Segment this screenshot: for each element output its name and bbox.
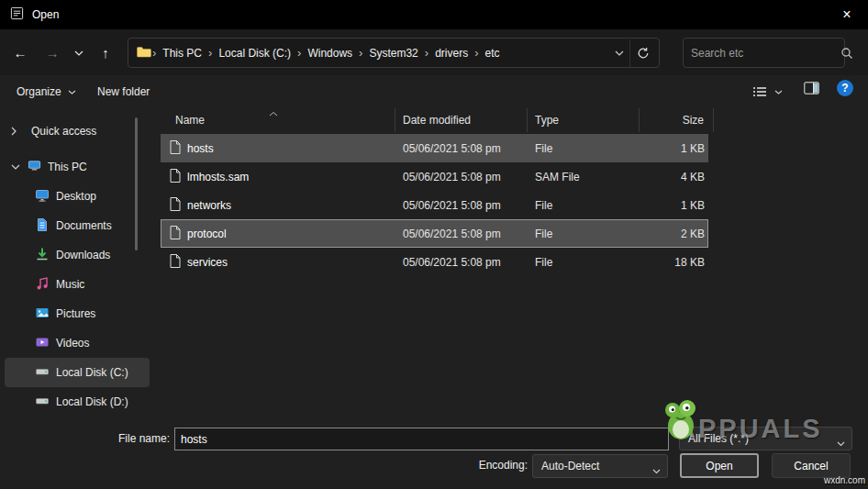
file-rows: hosts 05/06/2021 5:08 pm File 1 KB lmhos… [161,134,708,276]
file-size: 1 KB [640,199,708,212]
forward-button[interactable]: → [39,38,65,68]
sidebar-item-this-pc[interactable]: This PC [0,152,154,182]
videos-icon [35,335,50,352]
sidebar-label: Local Disk (D:) [56,395,128,408]
chevron-down-icon[interactable] [11,152,20,182]
breadcrumb-item-windows[interactable]: Windows [302,47,358,60]
titlebar: Open × [0,0,868,29]
preview-pane-icon [804,82,819,94]
sidebar-scrollbar[interactable] [135,117,138,250]
file-date: 05/06/2021 5:08 pm [395,256,528,269]
sidebar-item-documents[interactable]: Documents [0,211,154,240]
sidebar-item-videos[interactable]: Videos [0,328,154,358]
back-button[interactable]: ← [7,38,33,68]
file-icon [170,254,181,271]
documents-icon [35,217,50,235]
file-type: File [528,142,640,155]
file-type: SAM File [528,171,640,183]
chevron-down-icon [837,437,845,450]
search-icon [840,47,853,60]
file-row-networks[interactable]: networks 05/06/2021 5:08 pm File 1 KB [161,191,708,219]
sidebar-label: Desktop [56,190,96,203]
chevron-down-icon [774,90,783,94]
sidebar-item-quick-access[interactable]: Quick access [0,117,154,146]
app-icon [10,6,24,23]
breadcrumb-item-etc[interactable]: etc [480,47,506,60]
breadcrumb-item-this-pc[interactable]: This PC [157,47,207,60]
encoding-label: Encoding: [417,454,528,477]
file-name-input[interactable] [174,428,669,450]
sort-ascending-icon [269,106,278,119]
downloads-icon [35,247,50,264]
file-icon [170,169,181,185]
file-date: 05/06/2021 5:08 pm [395,199,528,212]
column-header-name[interactable]: Name [161,108,395,132]
column-header-date-modified[interactable]: Date modified [395,108,528,132]
sidebar-label: Documents [56,219,112,232]
sidebar-gap [0,146,154,152]
folder-icon [137,46,151,61]
computer-icon [28,159,41,175]
organize-label: Organize [17,85,61,98]
chevron-right-icon[interactable] [11,117,17,146]
address-dropdown-button[interactable] [609,39,629,67]
cancel-button[interactable]: Cancel [772,453,851,478]
file-type-dropdown[interactable]: All Files (*.*) [679,427,852,450]
file-row-services[interactable]: services 05/06/2021 5:08 pm File 18 KB [161,248,708,276]
views-button[interactable] [752,81,783,103]
up-button[interactable]: ↑ [93,38,118,68]
preview-pane-button[interactable] [804,82,819,97]
music-icon [35,276,50,294]
sidebar-label: Local Disk (C:) [56,366,128,379]
encoding-dropdown[interactable]: Auto-Detect [532,454,668,478]
recent-locations-button[interactable] [70,38,88,68]
organize-button[interactable]: Organize [7,79,85,105]
sidebar-label: Pictures [56,307,95,320]
sidebar-label: Downloads [56,249,110,261]
refresh-icon[interactable] [629,39,655,67]
sidebar-label: This PC [48,161,87,173]
file-row-protocol[interactable]: protocol 05/06/2021 5:08 pm File 2 KB [161,219,708,248]
search-input[interactable] [684,47,840,60]
file-size: 1 KB [640,142,708,155]
command-bar: Organize New folder ? [0,75,868,108]
new-folder-label: New folder [97,85,150,98]
file-type: File [528,228,640,240]
file-size: 18 KB [640,256,708,269]
drive-icon [35,394,50,411]
column-headers: Name Date modified Type Size [161,108,868,132]
drive-icon [35,364,50,382]
sidebar-label: Videos [56,337,89,350]
sidebar-item-pictures[interactable]: Pictures [0,299,154,328]
breadcrumb-item-drivers[interactable]: drivers [429,47,473,60]
sidebar-item-local-disk-d[interactable]: Local Disk (D:) [0,387,154,417]
file-size: 2 KB [640,228,708,240]
breadcrumb-item-local-disk-c[interactable]: Local Disk (C:) [213,47,296,60]
search-box[interactable] [683,38,845,68]
sidebar-label: Quick access [31,125,96,138]
column-header-size[interactable]: Size [640,108,714,132]
pictures-icon [35,306,50,323]
help-button[interactable]: ? [837,80,853,96]
open-button[interactable]: Open [680,453,759,478]
sidebar-item-local-disk-c[interactable]: Local Disk (C:) [5,358,150,387]
file-date: 05/06/2021 5:08 pm [395,228,528,240]
sidebar-item-desktop[interactable]: Desktop [0,182,154,211]
file-size: 4 KB [640,171,708,183]
list-view-icon [752,86,767,97]
file-icon [170,226,181,242]
new-folder-button[interactable]: New folder [88,79,159,105]
sidebar-item-music[interactable]: Music [0,270,154,299]
sidebar-label: Music [56,278,84,291]
file-row-hosts[interactable]: hosts 05/06/2021 5:08 pm File 1 KB [161,134,708,162]
address-bar[interactable]: › This PC › Local Disk (C:) › Windows › … [128,38,660,68]
open-dialog: Open × ← → ↑ › This PC › Local Disk (C:)… [0,0,868,489]
breadcrumb-item-system32[interactable]: System32 [363,47,423,60]
file-row-lmhosts[interactable]: lmhosts.sam 05/06/2021 5:08 pm SAM File … [161,162,708,191]
navigation-bar: ← → ↑ › This PC › Local Disk (C:) › Wind… [0,29,868,75]
column-header-type[interactable]: Type [528,108,640,132]
close-icon[interactable]: × [826,0,868,29]
watermark-site: wxdn.com [824,475,865,485]
sidebar-item-downloads[interactable]: Downloads [0,240,154,270]
chevron-down-icon [652,464,661,477]
